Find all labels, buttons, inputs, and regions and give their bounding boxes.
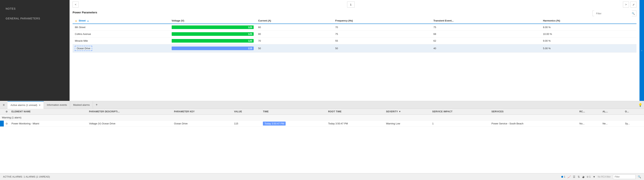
frequency-cell: 75 bbox=[333, 31, 431, 38]
current-cell: 50 bbox=[256, 44, 333, 53]
status-bar: ACTIVE ALARMS: 1 ALARMS (1 UNREAD) 1 📈 ☰… bbox=[0, 173, 644, 180]
table-row: ⊙ Power Monitoring - Miami Voltage (V) O… bbox=[0, 121, 644, 127]
voltage-bar: 115 bbox=[172, 47, 254, 50]
time-highlight: Today 3:50:47 PM bbox=[263, 122, 286, 126]
col-root-time[interactable]: ROOT TIME bbox=[326, 109, 384, 115]
filter-icon[interactable]: ⇅ bbox=[578, 175, 580, 178]
tab-bar: ≡ Active alarms (1 unread) ✕ Information… bbox=[0, 101, 644, 109]
sidebar-item-notes[interactable]: NOTES bbox=[0, 4, 70, 14]
top-area: NOTES GENERAL PARAMETERS < 1 > ⤢ bbox=[0, 0, 644, 101]
main-container: NOTES GENERAL PARAMETERS < 1 > ⤢ bbox=[0, 0, 644, 180]
tab-information-events[interactable]: Information events bbox=[44, 101, 70, 109]
tab-active-alarms[interactable]: Active alarms (1 unread) ✕ bbox=[8, 101, 44, 109]
voltage-bar: 125 bbox=[172, 25, 254, 29]
filter-wrapper: 🔍 bbox=[592, 11, 636, 16]
col-services[interactable]: SERVICES bbox=[490, 109, 578, 115]
alarm-count-indicator: 1 bbox=[561, 175, 565, 178]
sidebar-item-general-params[interactable]: GENERAL PARAMETERS bbox=[0, 14, 70, 23]
filter-input[interactable] bbox=[594, 11, 632, 16]
status-bar-right: 1 📈 ☰ ⇅ ◕ ⊙ 1 ▼ No RCA filter 🔍 bbox=[561, 174, 641, 179]
street-cell: Collins Avenue bbox=[72, 31, 170, 38]
col-param-desc[interactable]: PARAMETER DESCRIPTI... bbox=[87, 109, 172, 115]
alarm-count: 1 bbox=[564, 175, 565, 178]
col-current[interactable]: Current (A) bbox=[256, 18, 333, 24]
chart-icon[interactable]: 📈 bbox=[568, 175, 571, 178]
filter-search-icon: 🔍 bbox=[632, 12, 635, 15]
street-selected-label: Ocean Drive bbox=[75, 46, 92, 51]
nav-arrows: < bbox=[72, 2, 78, 8]
hamburger-button[interactable]: ≡ bbox=[0, 101, 8, 109]
harmonics-cell: 9.00 % bbox=[541, 38, 636, 44]
frequency-cell: 55 bbox=[333, 38, 431, 44]
next-button[interactable]: > bbox=[623, 2, 629, 8]
transient-cell: 68 bbox=[431, 31, 541, 38]
transient-cell: 75 bbox=[431, 24, 541, 31]
col-severity[interactable]: SEVERITY ▼ bbox=[384, 109, 430, 114]
right-toggle[interactable]: › bbox=[640, 0, 644, 101]
alarm-element-name: Power Monitoring - Miami bbox=[10, 121, 87, 127]
expand-icon: ⤢ bbox=[632, 3, 634, 6]
power-params-section: Power Parameters 🔍 ▲ Street ▲ bbox=[70, 8, 640, 101]
current-cell: 60 bbox=[256, 24, 333, 31]
alarm-rc: No... bbox=[578, 121, 601, 127]
col-value[interactable]: VALUE bbox=[232, 109, 261, 115]
col-al[interactable]: AL... bbox=[600, 109, 623, 115]
frequency-cell: 50 bbox=[333, 44, 431, 53]
col-param-key[interactable]: PARAMETER KEY bbox=[172, 109, 232, 115]
alarm-root-time: Today 3:50:47 PM bbox=[326, 121, 384, 127]
street-cell: Miracle Mile bbox=[72, 38, 170, 44]
page-indicator: 1 bbox=[347, 2, 354, 8]
alarms-table-container: ⊙ ELEMENT NAME PARAMETER DESCRIPTI... PA… bbox=[0, 109, 644, 173]
header-with-filter: Power Parameters 🔍 bbox=[72, 11, 636, 16]
alarm-indicator bbox=[0, 121, 4, 127]
table-row: Collins Avenue12580756810.00 % bbox=[72, 31, 636, 38]
group-header: Warning (1 alarm) bbox=[0, 115, 644, 121]
tab-active-alarms-label: Active alarms bbox=[10, 104, 25, 107]
tab-add-button[interactable]: + bbox=[93, 101, 100, 109]
voltage-bar: 120 bbox=[172, 39, 254, 43]
nav-center: 1 bbox=[347, 2, 354, 8]
voltage-cell: 120 bbox=[170, 38, 256, 44]
voltage-bar: 125 bbox=[172, 32, 254, 36]
element-icon: ⊙ bbox=[6, 122, 8, 125]
col-street[interactable]: ▲ Street ▲ bbox=[72, 18, 170, 24]
col-frequency[interactable]: Frequency (Hz) bbox=[333, 18, 431, 24]
voltage-cell: 125 bbox=[170, 24, 256, 31]
street-cell: 8th Street bbox=[72, 24, 170, 31]
table-row: Ocean Drive1155050405.00 % bbox=[72, 44, 636, 53]
rca-filter-icon[interactable]: ▼ bbox=[593, 175, 596, 178]
harmonics-cell: 8.00 % bbox=[541, 24, 636, 31]
tab-masked-alarms[interactable]: Masked alarms bbox=[70, 101, 93, 109]
col-rc[interactable]: RC... bbox=[578, 109, 601, 115]
col-o[interactable]: O... bbox=[623, 109, 644, 115]
alarm-services: Power Service - South Beach bbox=[490, 121, 578, 127]
col-element-name[interactable]: ELEMENT NAME bbox=[10, 109, 87, 115]
col-voltage[interactable]: Voltage (V) bbox=[170, 18, 256, 24]
right-toggle-icon: › bbox=[641, 49, 642, 52]
top-nav-bar: < 1 > ⤢ bbox=[70, 0, 640, 8]
current-cell: 80 bbox=[256, 31, 333, 38]
element-count: 1 bbox=[589, 175, 590, 178]
list-icon[interactable]: ☰ bbox=[573, 175, 575, 178]
tab-close-icon[interactable]: ✕ bbox=[39, 104, 40, 107]
status-search-icon[interactable]: 🔍 bbox=[638, 175, 641, 178]
col-service-impact[interactable]: SERVICE IMPACT bbox=[430, 109, 490, 115]
light-bulb-icon[interactable]: 💡 bbox=[636, 101, 644, 109]
params-table: ▲ Street ▲ Voltage (V) Current (A) Frequ… bbox=[72, 18, 636, 53]
expand-button[interactable]: ⤢ bbox=[630, 2, 636, 8]
current-cell: 70 bbox=[256, 38, 333, 44]
alarm-element-icon: ⊙ bbox=[4, 121, 10, 127]
tab-badge: (1 unread) bbox=[26, 104, 37, 107]
prev-button[interactable]: < bbox=[72, 2, 78, 8]
col-harmonics[interactable]: Harmonics (%) bbox=[541, 18, 636, 24]
alarm-o: Sy... bbox=[623, 121, 644, 127]
col-time[interactable]: TIME bbox=[261, 109, 326, 115]
col-transient[interactable]: Transient Event... bbox=[431, 18, 541, 24]
pie-icon[interactable]: ◕ bbox=[582, 175, 584, 178]
alarm-value: 115 bbox=[232, 121, 261, 127]
transient-cell: 62 bbox=[431, 38, 541, 44]
tab-info-label: Information events bbox=[47, 104, 67, 106]
sort-icon: ▲ bbox=[75, 19, 77, 22]
alarms-table: ⊙ ELEMENT NAME PARAMETER DESCRIPTI... PA… bbox=[0, 109, 644, 127]
status-filter-input[interactable] bbox=[613, 174, 636, 179]
